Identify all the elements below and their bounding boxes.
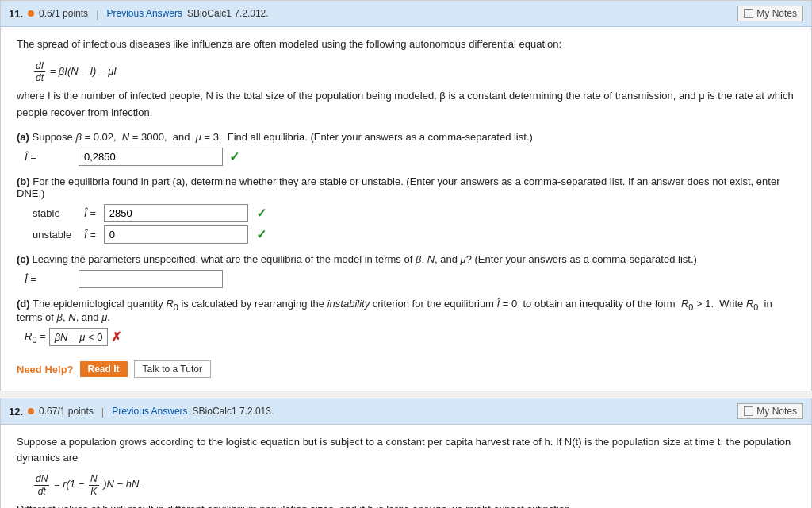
q11-part-d: (d) The epidemiological quantity R0 is c…	[17, 298, 795, 347]
q11-a-answer-row: Î = ✓	[25, 148, 795, 166]
q11-b-stable-check: ✓	[256, 206, 266, 221]
checkbox-icon	[744, 9, 753, 18]
need-help-text: Need Help?	[17, 364, 74, 375]
read-it-btn[interactable]: Read It	[80, 361, 128, 377]
q11-b-stable-row: stable Î = ✓	[33, 204, 795, 222]
q11-dot	[28, 10, 34, 17]
q11-b-unstable-input[interactable]	[104, 225, 248, 244]
q12-equation: dN dt = r(1 − N K )N − hN.	[33, 473, 795, 497]
q11-c-label: Î =	[25, 273, 72, 285]
q12-my-notes-btn[interactable]: My Notes	[737, 403, 803, 419]
q11-a-label: Î =	[25, 151, 72, 163]
q11-d-r0-row: R0 = βN − μ < 0 ✗	[25, 328, 795, 346]
q12-dot	[28, 408, 34, 414]
q11-c-input[interactable]	[79, 270, 223, 288]
talk-tutor-btn[interactable]: Talk to a Tutor	[134, 360, 211, 378]
q11-d-r0-label: R0 =	[25, 330, 46, 344]
q12-source: SBioCalc1 7.2.013.	[193, 406, 274, 417]
q11-d-x-icon: ✗	[111, 329, 121, 344]
q11-part-b-label: (b) For the equilibria found in part (a)…	[17, 175, 795, 199]
q12-intro: Suppose a population grows according to …	[17, 434, 795, 465]
q11-my-notes-label: My Notes	[756, 8, 797, 19]
q11-equation: dI dt = βI(N − I) − μI	[33, 60, 795, 84]
question-12-block: 12. 0.67/1 points | Previous Answers SBi…	[0, 398, 812, 508]
q12-number: 12.	[9, 406, 23, 418]
q11-prev-answers[interactable]: Previous Answers	[107, 8, 182, 19]
q11-where-text: where I is the number of infected people…	[17, 88, 795, 121]
q11-need-help: Need Help? Read It Talk to a Tutor	[17, 360, 795, 378]
q12-diff-text: Different values of h will result in dif…	[17, 502, 795, 508]
q11-part-a: (a) Suppose β = 0.02, N = 3000, and μ = …	[17, 131, 795, 166]
q11-d-r0-value: βN − μ < 0	[55, 331, 103, 343]
q11-part-a-label: (a) Suppose β = 0.02, N = 3000, and μ = …	[17, 131, 795, 143]
q11-part-d-label: (d) The epidemiological quantity R0 is c…	[17, 298, 795, 324]
q11-c-answer-row: Î =	[25, 270, 795, 288]
q12-my-notes-label: My Notes	[756, 406, 797, 417]
q11-intro: The spread of infectious diseases like i…	[17, 37, 795, 52]
q12-prev-answers[interactable]: Previous Answers	[112, 406, 187, 417]
q11-a-input[interactable]	[79, 148, 223, 166]
q11-b-unstable-row: unstable Î = ✓	[33, 225, 795, 244]
q11-b-stable-label: stable	[33, 207, 76, 219]
question-11-block: 11. 0.6/1 points | Previous Answers SBio…	[0, 0, 812, 391]
q11-my-notes-btn[interactable]: My Notes	[737, 6, 803, 21]
question-12-header: 12. 0.67/1 points | Previous Answers SBi…	[1, 398, 811, 425]
q11-b-stable-i: Î =	[84, 207, 96, 219]
q11-part-c-label: (c) Leaving the parameters unspecified, …	[17, 253, 795, 265]
q11-part-b: (b) For the equilibria found in part (a)…	[17, 175, 795, 244]
q11-part-c: (c) Leaving the parameters unspecified, …	[17, 253, 795, 288]
q11-b-stable-input[interactable]	[104, 204, 248, 222]
q11-points: 0.6/1 points	[39, 8, 88, 19]
q11-number: 11.	[9, 8, 23, 20]
q11-a-check: ✓	[229, 149, 239, 164]
q11-b-unstable-check: ✓	[256, 227, 266, 242]
q11-b-unstable-label: unstable	[33, 229, 76, 241]
q11-source: SBioCalc1 7.2.012.	[187, 8, 269, 19]
checkbox-icon-12	[744, 406, 753, 416]
q11-b-unstable-i: Î =	[84, 229, 96, 241]
question-11-header: 11. 0.6/1 points | Previous Answers SBio…	[1, 1, 811, 27]
q12-points: 0.67/1 points	[39, 406, 94, 417]
q11-d-r0-box: βN − μ < 0	[49, 328, 109, 346]
